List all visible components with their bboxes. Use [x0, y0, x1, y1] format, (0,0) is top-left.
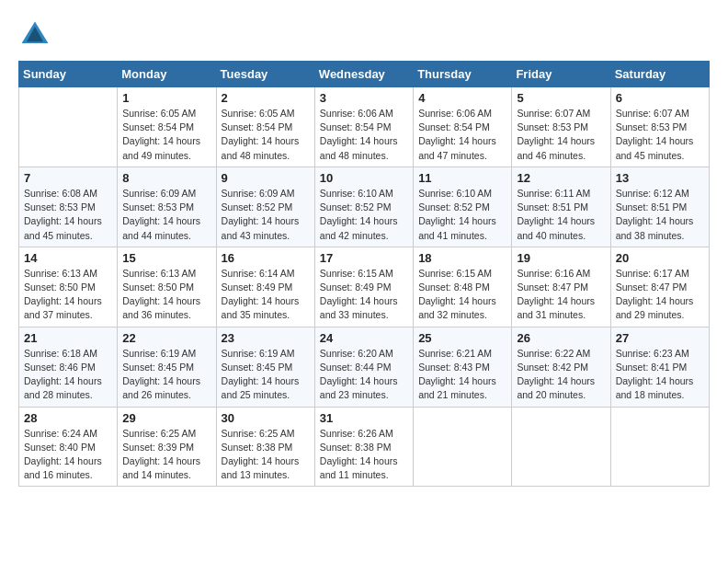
- day-number: 19: [517, 251, 605, 265]
- day-number: 18: [418, 251, 506, 265]
- day-number: 8: [122, 171, 210, 185]
- calendar-cell: [19, 87, 118, 167]
- day-number: 17: [320, 251, 408, 265]
- calendar-header-monday: Monday: [118, 62, 216, 87]
- calendar-cell: 26Sunrise: 6:22 AMSunset: 8:42 PMDayligh…: [512, 327, 610, 407]
- cell-text: Sunrise: 6:23 AMSunset: 8:41 PMDaylight:…: [616, 347, 704, 403]
- header: [18, 18, 710, 52]
- calendar-cell: 6Sunrise: 6:07 AMSunset: 8:53 PMDaylight…: [610, 87, 709, 167]
- day-number: 13: [616, 171, 704, 185]
- calendar-week-1: 1Sunrise: 6:05 AMSunset: 8:54 PMDaylight…: [19, 87, 710, 167]
- cell-text: Sunrise: 6:21 AMSunset: 8:43 PMDaylight:…: [418, 347, 506, 403]
- cell-text: Sunrise: 6:17 AMSunset: 8:47 PMDaylight:…: [616, 267, 704, 323]
- day-number: 28: [24, 411, 112, 425]
- day-number: 12: [517, 171, 605, 185]
- cell-text: Sunrise: 6:10 AMSunset: 8:52 PMDaylight:…: [320, 187, 408, 243]
- calendar-cell: 23Sunrise: 6:19 AMSunset: 8:45 PMDayligh…: [216, 327, 314, 407]
- day-number: 27: [616, 331, 704, 345]
- day-number: 7: [24, 171, 112, 185]
- calendar-cell: 11Sunrise: 6:10 AMSunset: 8:52 PMDayligh…: [414, 167, 512, 247]
- calendar-header-row: SundayMondayTuesdayWednesdayThursdayFrid…: [19, 62, 710, 87]
- day-number: 20: [616, 251, 704, 265]
- cell-text: Sunrise: 6:06 AMSunset: 8:54 PMDaylight:…: [418, 107, 506, 163]
- calendar-cell: 18Sunrise: 6:15 AMSunset: 8:48 PMDayligh…: [414, 247, 512, 327]
- cell-text: Sunrise: 6:24 AMSunset: 8:40 PMDaylight:…: [24, 427, 112, 483]
- day-number: 24: [320, 331, 408, 345]
- cell-text: Sunrise: 6:10 AMSunset: 8:52 PMDaylight:…: [418, 187, 506, 243]
- calendar-week-2: 7Sunrise: 6:08 AMSunset: 8:53 PMDaylight…: [19, 167, 710, 247]
- cell-text: Sunrise: 6:12 AMSunset: 8:51 PMDaylight:…: [616, 187, 704, 243]
- cell-text: Sunrise: 6:05 AMSunset: 8:54 PMDaylight:…: [122, 107, 210, 163]
- cell-text: Sunrise: 6:14 AMSunset: 8:49 PMDaylight:…: [222, 267, 310, 323]
- day-number: 11: [418, 171, 506, 185]
- cell-text: Sunrise: 6:26 AMSunset: 8:38 PMDaylight:…: [320, 427, 408, 483]
- calendar-cell: 4Sunrise: 6:06 AMSunset: 8:54 PMDaylight…: [414, 87, 512, 167]
- day-number: 29: [122, 411, 210, 425]
- cell-text: Sunrise: 6:07 AMSunset: 8:53 PMDaylight:…: [517, 107, 605, 163]
- cell-text: Sunrise: 6:22 AMSunset: 8:42 PMDaylight:…: [517, 347, 605, 403]
- calendar-cell: 8Sunrise: 6:09 AMSunset: 8:53 PMDaylight…: [118, 167, 216, 247]
- cell-text: Sunrise: 6:20 AMSunset: 8:44 PMDaylight:…: [320, 347, 408, 403]
- calendar-cell: 29Sunrise: 6:25 AMSunset: 8:39 PMDayligh…: [118, 407, 216, 487]
- calendar-cell: 30Sunrise: 6:25 AMSunset: 8:38 PMDayligh…: [216, 407, 314, 487]
- cell-text: Sunrise: 6:11 AMSunset: 8:51 PMDaylight:…: [517, 187, 605, 243]
- day-number: 3: [320, 91, 408, 105]
- day-number: 21: [24, 331, 112, 345]
- day-number: 10: [320, 171, 408, 185]
- day-number: 26: [517, 331, 605, 345]
- day-number: 31: [320, 411, 408, 425]
- day-number: 23: [222, 331, 310, 345]
- calendar-cell: [610, 407, 709, 487]
- cell-text: Sunrise: 6:19 AMSunset: 8:45 PMDaylight:…: [122, 347, 210, 403]
- cell-text: Sunrise: 6:25 AMSunset: 8:39 PMDaylight:…: [122, 427, 210, 483]
- calendar-cell: [512, 407, 610, 487]
- day-number: 30: [222, 411, 310, 425]
- calendar-cell: 24Sunrise: 6:20 AMSunset: 8:44 PMDayligh…: [314, 327, 413, 407]
- day-number: 1: [122, 91, 210, 105]
- day-number: 16: [222, 251, 310, 265]
- cell-text: Sunrise: 6:08 AMSunset: 8:53 PMDaylight:…: [24, 187, 112, 243]
- calendar-cell: 14Sunrise: 6:13 AMSunset: 8:50 PMDayligh…: [19, 247, 118, 327]
- calendar-cell: 7Sunrise: 6:08 AMSunset: 8:53 PMDaylight…: [19, 167, 118, 247]
- cell-text: Sunrise: 6:15 AMSunset: 8:49 PMDaylight:…: [320, 267, 408, 323]
- cell-text: Sunrise: 6:18 AMSunset: 8:46 PMDaylight:…: [24, 347, 112, 403]
- calendar-header-tuesday: Tuesday: [216, 62, 314, 87]
- calendar-cell: 17Sunrise: 6:15 AMSunset: 8:49 PMDayligh…: [314, 247, 413, 327]
- cell-text: Sunrise: 6:15 AMSunset: 8:48 PMDaylight:…: [418, 267, 506, 323]
- calendar-cell: 3Sunrise: 6:06 AMSunset: 8:54 PMDaylight…: [314, 87, 413, 167]
- calendar-cell: 10Sunrise: 6:10 AMSunset: 8:52 PMDayligh…: [314, 167, 413, 247]
- calendar-table: SundayMondayTuesdayWednesdayThursdayFrid…: [18, 61, 710, 487]
- cell-text: Sunrise: 6:19 AMSunset: 8:45 PMDaylight:…: [222, 347, 310, 403]
- day-number: 22: [122, 331, 210, 345]
- calendar-cell: 2Sunrise: 6:05 AMSunset: 8:54 PMDaylight…: [216, 87, 314, 167]
- calendar-cell: 31Sunrise: 6:26 AMSunset: 8:38 PMDayligh…: [314, 407, 413, 487]
- calendar-cell: 22Sunrise: 6:19 AMSunset: 8:45 PMDayligh…: [118, 327, 216, 407]
- calendar-cell: 21Sunrise: 6:18 AMSunset: 8:46 PMDayligh…: [19, 327, 118, 407]
- calendar-cell: 25Sunrise: 6:21 AMSunset: 8:43 PMDayligh…: [414, 327, 512, 407]
- calendar-cell: 12Sunrise: 6:11 AMSunset: 8:51 PMDayligh…: [512, 167, 610, 247]
- calendar-header-thursday: Thursday: [414, 62, 512, 87]
- calendar-week-3: 14Sunrise: 6:13 AMSunset: 8:50 PMDayligh…: [19, 247, 710, 327]
- calendar-cell: [414, 407, 512, 487]
- calendar-header-saturday: Saturday: [610, 62, 709, 87]
- cell-text: Sunrise: 6:07 AMSunset: 8:53 PMDaylight:…: [616, 107, 704, 163]
- day-number: 15: [122, 251, 210, 265]
- calendar-header-sunday: Sunday: [19, 62, 118, 87]
- day-number: 25: [418, 331, 506, 345]
- day-number: 5: [517, 91, 605, 105]
- calendar-cell: 16Sunrise: 6:14 AMSunset: 8:49 PMDayligh…: [216, 247, 314, 327]
- calendar-cell: 9Sunrise: 6:09 AMSunset: 8:52 PMDaylight…: [216, 167, 314, 247]
- calendar-cell: 28Sunrise: 6:24 AMSunset: 8:40 PMDayligh…: [19, 407, 118, 487]
- logo-icon: [18, 18, 51, 52]
- calendar-cell: 20Sunrise: 6:17 AMSunset: 8:47 PMDayligh…: [610, 247, 709, 327]
- calendar-header-friday: Friday: [512, 62, 610, 87]
- day-number: 2: [222, 91, 310, 105]
- cell-text: Sunrise: 6:05 AMSunset: 8:54 PMDaylight:…: [222, 107, 310, 163]
- cell-text: Sunrise: 6:16 AMSunset: 8:47 PMDaylight:…: [517, 267, 605, 323]
- calendar-cell: 27Sunrise: 6:23 AMSunset: 8:41 PMDayligh…: [610, 327, 709, 407]
- cell-text: Sunrise: 6:09 AMSunset: 8:53 PMDaylight:…: [122, 187, 210, 243]
- calendar-cell: 1Sunrise: 6:05 AMSunset: 8:54 PMDaylight…: [118, 87, 216, 167]
- cell-text: Sunrise: 6:13 AMSunset: 8:50 PMDaylight:…: [122, 267, 210, 323]
- day-number: 9: [222, 171, 310, 185]
- calendar-cell: 15Sunrise: 6:13 AMSunset: 8:50 PMDayligh…: [118, 247, 216, 327]
